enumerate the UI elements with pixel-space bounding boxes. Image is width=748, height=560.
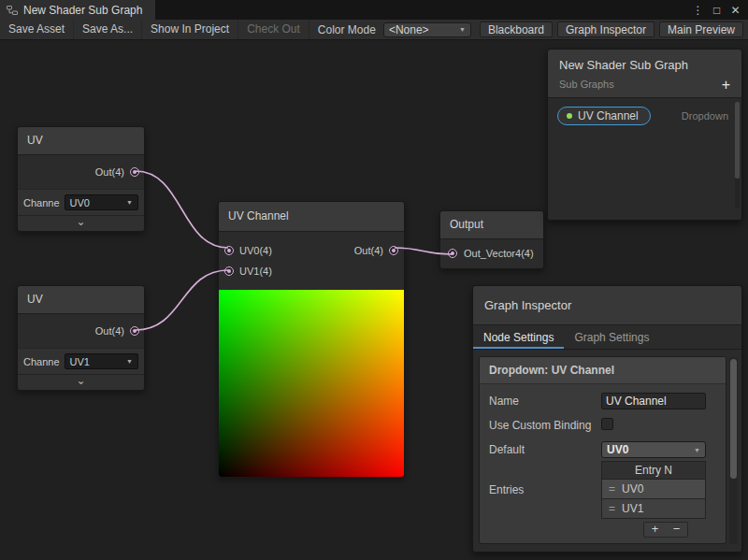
section-title: Dropdown: UV Channel [480, 357, 726, 384]
blackboard-body: UV Channel Dropdown [548, 98, 741, 214]
entry-value: UV1 [622, 502, 643, 515]
tab-new-shader-sub-graph[interactable]: New Shader Sub Graph [0, 0, 155, 20]
show-in-project-button[interactable]: Show In Project [142, 20, 238, 39]
collapse-chevron-icon[interactable]: ⌄ [18, 215, 144, 231]
port-label-uv0: UV0(4) [239, 245, 272, 256]
blackboard-subtitle: Sub Graphs [559, 79, 730, 90]
blackboard-header: New Shader Sub Graph Sub Graphs + [548, 50, 741, 98]
node-uv-channel[interactable]: UV Channel UV0(4) UV1(4) Out(4) [218, 201, 405, 478]
node-uv-2[interactable]: UV Out(4) Channe UV1 ▼ ⌄ [17, 285, 145, 391]
node-output[interactable]: Output Out_Vector4(4) [439, 210, 544, 269]
chevron-down-icon: ▼ [126, 358, 133, 365]
scrollbar-thumb[interactable] [735, 102, 740, 179]
channel-dropdown[interactable]: UV0 ▼ [65, 194, 138, 210]
default-label: Default [489, 442, 601, 457]
entries-label: Entries [489, 482, 601, 497]
blackboard-scrollbar[interactable] [735, 102, 740, 208]
output-port[interactable] [389, 246, 398, 255]
name-input[interactable] [601, 393, 706, 409]
blackboard-item-type: Dropdown [682, 110, 728, 122]
chevron-down-icon: ▼ [126, 199, 133, 206]
port-label-out: Out(4) [95, 166, 124, 178]
inspector-body: Dropdown: UV Channel Name Use Custom Bin… [473, 351, 741, 552]
main-preview-toggle-button[interactable]: Main Preview [659, 22, 743, 37]
uv-preview-image [219, 290, 404, 477]
input-port-out-vector4[interactable] [448, 249, 457, 258]
graph-toolbar: Save Asset Save As... Show In Project Ch… [0, 20, 748, 40]
default-dropdown[interactable]: UV0 ▼ [601, 441, 706, 458]
menu-icon[interactable]: ⋮ [690, 4, 706, 17]
tab-graph-settings[interactable]: Graph Settings [564, 325, 659, 349]
input-port-uv0[interactable] [224, 246, 234, 255]
add-property-icon[interactable]: + [722, 78, 730, 93]
save-as-button[interactable]: Save As... [74, 20, 142, 39]
exposed-dot-icon [567, 113, 572, 119]
channel-dropdown[interactable]: UV1 ▼ [65, 353, 138, 369]
node-title[interactable]: Output [440, 211, 543, 239]
port-label-uv1: UV1(4) [239, 266, 272, 277]
blackboard-item-uv-channel[interactable]: UV Channel [557, 107, 651, 125]
output-port[interactable] [130, 326, 139, 336]
input-port-uv1[interactable] [224, 266, 234, 276]
tab-bar: New Shader Sub Graph ⋮ □ ✕ [0, 0, 748, 20]
inspector-title: Graph Inspector [473, 286, 741, 325]
name-label: Name [489, 394, 601, 409]
scrollbar-thumb[interactable] [730, 359, 737, 479]
port-label-out-vector4: Out_Vector4(4) [464, 248, 534, 259]
blackboard-item-row: UV Channel Dropdown [548, 98, 741, 125]
channel-value: UV0 [70, 197, 90, 208]
node-title[interactable]: UV Channel [219, 202, 404, 232]
graph-inspector-panel[interactable]: Graph Inspector Node Settings Graph Sett… [472, 285, 742, 553]
node-title[interactable]: UV [18, 127, 144, 155]
maximize-icon[interactable]: □ [709, 4, 725, 17]
use-custom-binding-label: Use Custom Binding [489, 418, 601, 433]
drag-handle-icon[interactable]: = [609, 482, 615, 495]
channel-label: Channe [23, 197, 60, 208]
entries-list: Entry N = UV0 = UV1 [601, 461, 706, 519]
chevron-down-icon: ▼ [459, 26, 466, 33]
port-label-out: Out(4) [95, 325, 124, 337]
window-controls: ⋮ □ ✕ [690, 0, 748, 20]
shader-graph-icon [7, 5, 18, 16]
entries-header: Entry N [601, 461, 706, 480]
color-mode-label: Color Mode [314, 23, 383, 36]
add-entry-button[interactable]: + [644, 523, 666, 537]
save-asset-button[interactable]: Save Asset [0, 20, 74, 39]
tab-title: New Shader Sub Graph [23, 4, 142, 17]
entry-row-uv1[interactable]: = UV1 [601, 499, 706, 519]
app-window: New Shader Sub Graph ⋮ □ ✕ Save Asset Sa… [0, 0, 748, 560]
check-out-button[interactable]: Check Out [238, 20, 309, 39]
entry-value: UV0 [622, 482, 643, 495]
port-label-out: Out(4) [354, 245, 383, 256]
node-uv-1[interactable]: UV Out(4) Channe UV0 ▼ ⌄ [17, 126, 145, 232]
drag-handle-icon[interactable]: = [609, 502, 615, 515]
collapse-chevron-icon[interactable]: ⌄ [18, 374, 144, 390]
entry-row-uv0[interactable]: = UV0 [601, 480, 706, 499]
remove-entry-button[interactable]: − [666, 523, 687, 537]
entries-footer: + − [480, 519, 726, 538]
blackboard-panel[interactable]: New Shader Sub Graph Sub Graphs + UV Cha… [547, 49, 742, 221]
close-icon[interactable]: ✕ [727, 4, 743, 17]
output-port[interactable] [130, 167, 139, 177]
inspector-tabs: Node Settings Graph Settings [473, 325, 741, 350]
graph-inspector-toggle-button[interactable]: Graph Inspector [557, 22, 654, 37]
blackboard-toggle-button[interactable]: Blackboard [480, 22, 553, 37]
inspector-scrollbar[interactable] [729, 357, 738, 544]
blackboard-item-name: UV Channel [578, 109, 639, 122]
node-title[interactable]: UV [18, 286, 144, 314]
default-value: UV0 [607, 443, 628, 456]
channel-value: UV1 [70, 356, 90, 367]
tab-node-settings[interactable]: Node Settings [473, 325, 564, 349]
channel-label: Channe [23, 356, 60, 367]
color-mode-dropdown[interactable]: <None> ▼ [383, 22, 471, 37]
use-custom-binding-checkbox[interactable] [601, 418, 613, 430]
dropdown-settings-box: Dropdown: UV Channel Name Use Custom Bin… [479, 356, 726, 544]
color-mode-value: <None> [389, 23, 429, 36]
blackboard-title: New Shader Sub Graph [559, 58, 730, 72]
chevron-down-icon: ▼ [694, 447, 700, 453]
